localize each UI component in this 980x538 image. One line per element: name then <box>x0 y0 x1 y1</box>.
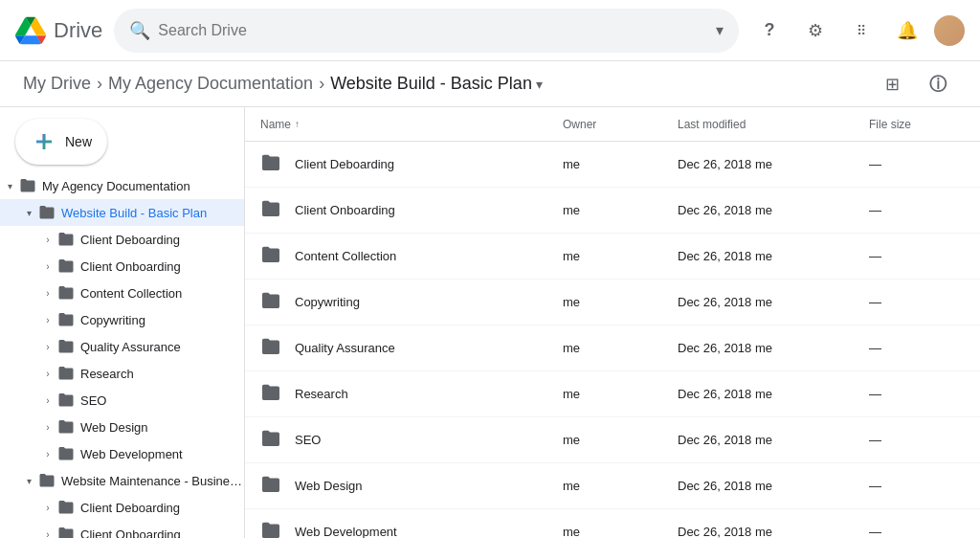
table-row[interactable]: Research me Dec 26, 2018 me — <box>245 371 980 417</box>
folder-icon-quality-assurance-1 <box>57 338 75 356</box>
folder-icon-my-agency-doc <box>19 177 36 195</box>
table-row[interactable]: Quality Assurance me Dec 26, 2018 me — <box>245 325 980 371</box>
breadcrumb-current[interactable]: Website Build - Basic Plan ▾ <box>330 74 543 94</box>
file-size-3: — <box>869 295 965 309</box>
col-modified-header[interactable]: Last modified <box>678 118 869 131</box>
tree-label-quality-assurance-1: Quality Assurance <box>80 340 181 354</box>
file-folder-icon-7 <box>260 475 283 497</box>
file-folder-icon-0 <box>260 153 283 175</box>
sidebar-item-my-agency-doc[interactable]: ▾ My Agency Documentation <box>0 172 244 199</box>
table-row[interactable]: SEO me Dec 26, 2018 me — <box>245 417 980 463</box>
view-toggle-button[interactable]: ⊞ <box>873 65 911 103</box>
col-name-header[interactable]: Name ↑ <box>260 118 563 131</box>
file-modified-3: Dec 26, 2018 me <box>678 295 869 309</box>
col-owner-header[interactable]: Owner <box>563 118 678 131</box>
tree-toggle-research-1: › <box>38 369 57 379</box>
avatar[interactable] <box>934 15 965 46</box>
file-size-0: — <box>869 157 965 171</box>
tree-label-content-collection-1: Content Collection <box>80 286 182 301</box>
col-modified-label: Last modified <box>678 118 746 131</box>
file-size-8: — <box>869 525 965 538</box>
tree-label-client-onboarding-2: Client Onboarding <box>80 527 181 539</box>
sidebar-item-research-1[interactable]: › Research <box>0 360 244 387</box>
col-size-label: File size <box>869 118 911 131</box>
top-icons: ? ⚙ ⠿ 🔔 <box>750 11 965 50</box>
new-button[interactable]: New <box>15 119 107 165</box>
sidebar-item-website-maintenance[interactable]: ▾ Website Maintenance - Business Plan <box>0 467 244 494</box>
table-row[interactable]: Client Deboarding me Dec 26, 2018 me — <box>245 142 980 188</box>
tree-label-web-design-1: Web Design <box>80 420 148 435</box>
file-label-4: Quality Assurance <box>295 341 395 355</box>
folder-icon-website-maintenance <box>38 472 56 490</box>
sidebar-item-copywriting-1[interactable]: › Copywriting <box>0 306 244 333</box>
file-name-3: Copywriting <box>260 291 563 313</box>
tree-toggle-website-build-basic: ▾ <box>19 208 38 218</box>
sidebar-item-quality-assurance-1[interactable]: › Quality Assurance <box>0 333 244 360</box>
file-folder-icon-4 <box>260 337 283 359</box>
help-button[interactable]: ? <box>750 11 789 50</box>
sidebar-item-client-deboarding-2[interactable]: › Client Deboarding <box>0 494 244 521</box>
sidebar-item-content-collection-1[interactable]: › Content Collection <box>0 280 244 306</box>
sidebar-item-web-design-1[interactable]: › Web Design <box>0 414 244 440</box>
top-bar: Drive 🔍 ▾ ? ⚙ ⠿ 🔔 <box>0 0 980 61</box>
sidebar-item-website-build-basic[interactable]: ▾ Website Build - Basic Plan <box>0 199 244 226</box>
tree-label-my-agency-doc: My Agency Documentation <box>42 179 190 193</box>
file-list: Client Deboarding me Dec 26, 2018 me — C… <box>245 142 980 538</box>
table-row[interactable]: Client Onboarding me Dec 26, 2018 me — <box>245 188 980 234</box>
file-modified-1: Dec 26, 2018 me <box>678 203 869 217</box>
folder-icon-copywriting-1 <box>57 311 75 329</box>
file-name-2: Content Collection <box>260 245 563 267</box>
file-modified-7: Dec 26, 2018 me <box>678 479 869 493</box>
breadcrumb-my-agency-doc[interactable]: My Agency Documentation <box>108 74 313 94</box>
notifications-button[interactable]: 🔔 <box>888 11 926 50</box>
sidebar: New ▾ My Agency Documentation▾ Website B… <box>0 107 245 538</box>
table-row[interactable]: Web Design me Dec 26, 2018 me — <box>245 463 980 509</box>
apps-icon: ⠿ <box>857 24 866 37</box>
file-label-7: Web Design <box>295 479 363 493</box>
tree-label-client-onboarding-1: Client Onboarding <box>80 259 181 274</box>
sidebar-item-client-deboarding-1[interactable]: › Client Deboarding <box>0 226 244 253</box>
file-name-7: Web Design <box>260 475 563 497</box>
apps-button[interactable]: ⠿ <box>842 11 880 50</box>
breadcrumb-current-label: Website Build - Basic Plan <box>330 74 532 94</box>
search-input[interactable] <box>158 22 708 39</box>
main-layout: New ▾ My Agency Documentation▾ Website B… <box>0 107 980 538</box>
tree-toggle-seo-1: › <box>38 395 57 406</box>
sidebar-item-client-onboarding-1[interactable]: › Client Onboarding <box>0 253 244 280</box>
table-row[interactable]: Copywriting me Dec 26, 2018 me — <box>245 280 980 325</box>
file-owner-2: me <box>563 249 678 263</box>
file-name-5: Research <box>260 383 563 405</box>
sidebar-item-web-development-1[interactable]: › Web Development <box>0 440 244 467</box>
breadcrumb: My Drive › My Agency Documentation › Web… <box>23 74 543 94</box>
info-button[interactable]: ⓘ <box>919 65 957 103</box>
tree-toggle-web-development-1: › <box>38 449 57 460</box>
sidebar-item-client-onboarding-2[interactable]: › Client Onboarding <box>0 521 244 538</box>
file-folder-icon-6 <box>260 429 283 451</box>
file-folder-icon-8 <box>260 521 283 538</box>
file-size-1: — <box>869 203 965 217</box>
file-size-2: — <box>869 249 965 263</box>
tree-toggle-web-design-1: › <box>38 422 57 433</box>
file-label-6: SEO <box>295 433 321 447</box>
breadcrumb-dropdown-icon: ▾ <box>536 77 543 92</box>
breadcrumb-my-drive[interactable]: My Drive <box>23 74 91 94</box>
search-bar[interactable]: 🔍 ▾ <box>114 9 739 53</box>
file-modified-5: Dec 26, 2018 me <box>678 387 869 401</box>
tree-label-client-deboarding-1: Client Deboarding <box>80 233 180 247</box>
col-owner-label: Owner <box>563 118 596 131</box>
table-row[interactable]: Content Collection me Dec 26, 2018 me — <box>245 234 980 280</box>
file-owner-1: me <box>563 203 678 217</box>
tree-toggle-my-agency-doc: ▾ <box>0 181 19 191</box>
col-size-header[interactable]: File size <box>869 118 965 131</box>
new-button-label: New <box>65 134 92 149</box>
folder-icon-web-design-1 <box>57 418 75 437</box>
tree-toggle-quality-assurance-1: › <box>38 342 57 352</box>
settings-button[interactable]: ⚙ <box>796 11 835 50</box>
breadcrumb-sep-2: › <box>319 74 324 94</box>
info-icon: ⓘ <box>929 73 947 96</box>
tree-toggle-client-deboarding-2: › <box>38 503 57 513</box>
search-icon: 🔍 <box>129 20 150 41</box>
file-folder-icon-5 <box>260 383 283 405</box>
table-row[interactable]: Web Development me Dec 26, 2018 me — <box>245 509 980 538</box>
sidebar-item-seo-1[interactable]: › SEO <box>0 387 244 414</box>
